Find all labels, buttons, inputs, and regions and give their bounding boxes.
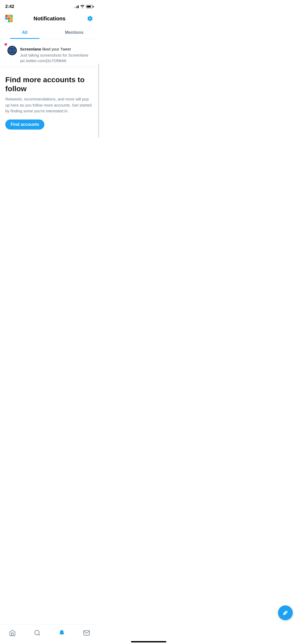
notification-item[interactable]: ♥ Screenlane liked your Tweet Just takin… — [0, 39, 99, 67]
gear-icon — [87, 15, 93, 22]
tabs-container: All Mentions — [0, 26, 99, 39]
signal-icon — [74, 5, 79, 8]
battery-icon — [86, 5, 94, 8]
header: Notifications — [0, 12, 99, 26]
status-icons — [74, 5, 94, 8]
status-bar: 2:42 — [0, 0, 99, 12]
find-more-section: Find more accounts to follow Retweets, r… — [0, 67, 99, 136]
settings-button[interactable] — [85, 14, 95, 23]
tab-all[interactable]: All — [0, 26, 50, 39]
heart-icon: ♥ — [4, 42, 7, 48]
scrollbar[interactable] — [98, 63, 99, 137]
page-title: Notifications — [34, 16, 65, 22]
wifi-icon — [80, 5, 84, 8]
tab-mentions[interactable]: Mentions — [50, 26, 99, 39]
find-more-title: Find more accounts to follow — [5, 75, 94, 93]
find-more-description: Retweets, recommendations, and more will… — [5, 96, 94, 114]
notification-text: Screenlane liked your Tweet — [20, 46, 95, 52]
avatar[interactable] — [4, 14, 14, 23]
screenlane-logo-icon — [8, 47, 16, 54]
notification-icons: ♥ — [4, 42, 17, 63]
find-accounts-button[interactable]: Find accounts — [5, 119, 44, 130]
status-time: 2:42 — [5, 4, 14, 9]
notification-tweet-preview: Just taking screenshots for Screenlane p… — [20, 52, 95, 63]
notification-content: Screenlane liked your Tweet Just taking … — [20, 42, 95, 63]
notification-avatar — [7, 46, 17, 55]
